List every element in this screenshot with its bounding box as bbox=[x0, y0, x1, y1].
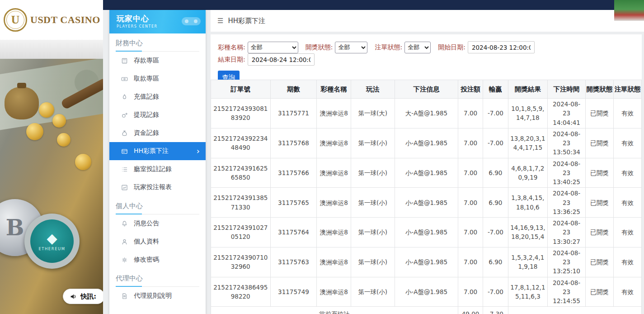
table-cell: 澳洲幸运8 bbox=[317, 99, 351, 128]
table-cell: 1,3,8,4,15,18,10,6 bbox=[508, 188, 548, 218]
sidebar-item-report[interactable]: 玩家投注報表 bbox=[109, 178, 206, 196]
start-date-input[interactable] bbox=[468, 41, 535, 53]
table-row: 215217243913857133031175765澳洲幸运8第一球(小)小-… bbox=[211, 188, 642, 218]
sidebar-item-withdraw[interactable]: 取款專區 bbox=[109, 70, 206, 88]
table-cell: 已開獎 bbox=[586, 99, 614, 128]
breadcrumb-bar: ☰ HH彩票下注 bbox=[211, 10, 644, 32]
sidebar-section-title: 代理中心 bbox=[116, 274, 199, 287]
players-center-page: U USDT CASINO B ◆ ETHEREUM bbox=[0, 0, 644, 314]
summary-label: 當前頁統計 bbox=[211, 307, 458, 314]
sidebar-item-gear[interactable]: 修改密碼 bbox=[109, 251, 206, 269]
sidebar-item-lottery[interactable]: HH彩票下注› bbox=[109, 142, 206, 160]
order-status-select[interactable]: 全部 bbox=[404, 42, 431, 53]
column-header: 開獎結果 bbox=[508, 80, 548, 99]
chevron-right-icon: › bbox=[197, 147, 200, 155]
table-row: 215217243864959822031175749澳洲幸运8第一球(小)小-… bbox=[211, 277, 642, 307]
column-header: 訂單號 bbox=[211, 80, 271, 99]
sidebar-item-label: 消息公告 bbox=[134, 219, 159, 228]
table-cell: 31175749 bbox=[270, 277, 317, 307]
sidebar-item-bell[interactable]: 消息公告 bbox=[109, 214, 206, 233]
table-cell: 2152172439223448490 bbox=[211, 128, 271, 158]
table-cell: 2024-08-23 13:40:25 bbox=[548, 158, 586, 188]
corner-decoration-image bbox=[614, 0, 644, 21]
sidebar-item-label: 代理規則說明 bbox=[134, 292, 172, 300]
deposit-icon bbox=[121, 57, 128, 64]
sidebar-item-label: 取款專區 bbox=[134, 75, 159, 83]
sidebar-item-user[interactable]: 個人資料 bbox=[109, 233, 206, 251]
sidebar-item-document[interactable]: 代理規則說明 bbox=[109, 287, 206, 305]
table-cell: 小-A盤@1.985 bbox=[395, 247, 458, 277]
draw-status-select[interactable]: 全部 bbox=[335, 42, 367, 53]
table-cell: 第一球(小) bbox=[351, 277, 395, 307]
filter-row: 彩種名稱: 全部 開獎狀態: 全部 注單狀態: 全部 開始日期: bbox=[218, 41, 635, 66]
column-header: 開獎狀態 bbox=[586, 80, 614, 99]
table-cell: 第一球(小) bbox=[351, 218, 395, 247]
table-cell: 7.00 bbox=[458, 277, 483, 307]
end-date-filter: 結束日期: bbox=[218, 53, 315, 66]
table-cell: 小-A盤@1.985 bbox=[395, 188, 458, 218]
sidebar-item-deposit[interactable]: 存款專區 bbox=[109, 52, 206, 70]
sidebar-item-label: 充值記錄 bbox=[134, 93, 159, 101]
table-cell: -7.00 bbox=[483, 99, 508, 128]
table-cell: 2024-08-23 12:14:55 bbox=[548, 277, 586, 307]
table-cell: 31175765 bbox=[270, 188, 317, 218]
table-cell: 2152172439308183920 bbox=[211, 99, 271, 128]
table-row: 215217243907103296031175763澳洲幸运8第一球(小)小-… bbox=[211, 247, 642, 277]
table-cell: 有效 bbox=[613, 277, 641, 307]
bets-table-card: 訂單號期數彩種名稱玩法下注信息投注額輸贏開獎結果下注時間開獎狀態注單狀態 215… bbox=[211, 80, 642, 314]
table-cell: 2152172439102705120 bbox=[211, 218, 271, 247]
table-cell: 大-A盤@1.985 bbox=[395, 99, 458, 128]
money-bag-art bbox=[5, 87, 39, 119]
menu-toggle-icon[interactable]: ☰ bbox=[217, 17, 223, 25]
sidebar-menu: 財務中心存款專區取款專區充值記錄提現記錄資金記錄HH彩票下注›廳室投註記錄玩家投… bbox=[109, 39, 206, 305]
column-header: 注單狀態 bbox=[613, 80, 641, 99]
order-status-label: 注單狀態: bbox=[375, 43, 402, 52]
sidebar-item-label: 提現記錄 bbox=[134, 111, 159, 119]
column-header: 投注額 bbox=[458, 80, 483, 99]
table-cell: 2152172439071032960 bbox=[211, 247, 271, 277]
table-cell: 小-A盤@1.985 bbox=[395, 277, 458, 307]
table-cell: 1,5,3,2,4,11,9,18 bbox=[508, 247, 548, 277]
table-cell: 已開獎 bbox=[586, 218, 614, 247]
table-cell: 7.00 bbox=[458, 158, 483, 188]
table-cell: 2024-08-23 13:50:34 bbox=[548, 128, 586, 158]
table-cell: 有效 bbox=[613, 158, 641, 188]
left-background-panel: U USDT CASINO B ◆ ETHEREUM bbox=[0, 0, 103, 314]
room-record-icon bbox=[121, 166, 128, 173]
news-ticker-button[interactable]: 快訊: bbox=[63, 289, 103, 304]
sidebar-item-funds[interactable]: 資金記錄 bbox=[109, 124, 206, 142]
summary-bet-total: 49.00 bbox=[458, 307, 483, 314]
cashout-icon bbox=[121, 112, 128, 119]
table-cell: 第一球(小) bbox=[351, 247, 395, 277]
table-cell: 澳洲幸运8 bbox=[317, 128, 351, 158]
sidebar-item-recharge[interactable]: 充值記錄 bbox=[109, 88, 206, 106]
table-cell: -7.00 bbox=[483, 218, 508, 247]
table-cell: 第一球(大) bbox=[351, 99, 395, 128]
table-row: 215217243910270512031175764澳洲幸运8第一球(小)小-… bbox=[211, 218, 642, 247]
table-cell: 澳洲幸运8 bbox=[317, 158, 351, 188]
lottery-name-select[interactable]: 全部 bbox=[248, 42, 298, 53]
end-date-label: 結束日期: bbox=[218, 56, 245, 64]
promo-background-image: B ◆ ETHEREUM 快訊: bbox=[0, 59, 103, 314]
table-cell: 31175766 bbox=[270, 158, 317, 188]
funds-icon bbox=[121, 130, 128, 137]
table-cell: 澳洲幸运8 bbox=[317, 218, 351, 247]
sidebar-item-cashout[interactable]: 提現記錄 bbox=[109, 106, 206, 124]
sidebar-section-title: 財務中心 bbox=[116, 39, 199, 52]
table-cell: -7.00 bbox=[483, 128, 508, 158]
table-cell: 2024-08-23 13:36:25 bbox=[548, 188, 586, 218]
brand-logo[interactable]: U USDT CASINO bbox=[0, 0, 103, 40]
column-header: 玩法 bbox=[351, 80, 395, 99]
end-date-input[interactable] bbox=[248, 53, 315, 66]
table-cell: 有效 bbox=[613, 99, 641, 128]
table-row: 215217243916256585031175766澳洲幸运8第一球(小)小-… bbox=[211, 158, 642, 188]
table-cell: 17,8,1,12,15,11,6,3 bbox=[508, 277, 548, 307]
page-title: HH彩票下注 bbox=[228, 17, 265, 25]
start-date-label: 開始日期: bbox=[438, 43, 465, 52]
column-header: 彩種名稱 bbox=[317, 80, 351, 99]
table-cell: 7.00 bbox=[458, 188, 483, 218]
sidebar-item-room-record[interactable]: 廳室投註記錄 bbox=[109, 160, 206, 178]
table-cell: 7.00 bbox=[458, 99, 483, 128]
table-cell: 第一球(小) bbox=[351, 158, 395, 188]
table-body: 215217243930818392031175771澳洲幸运8第一球(大)大-… bbox=[211, 99, 642, 314]
